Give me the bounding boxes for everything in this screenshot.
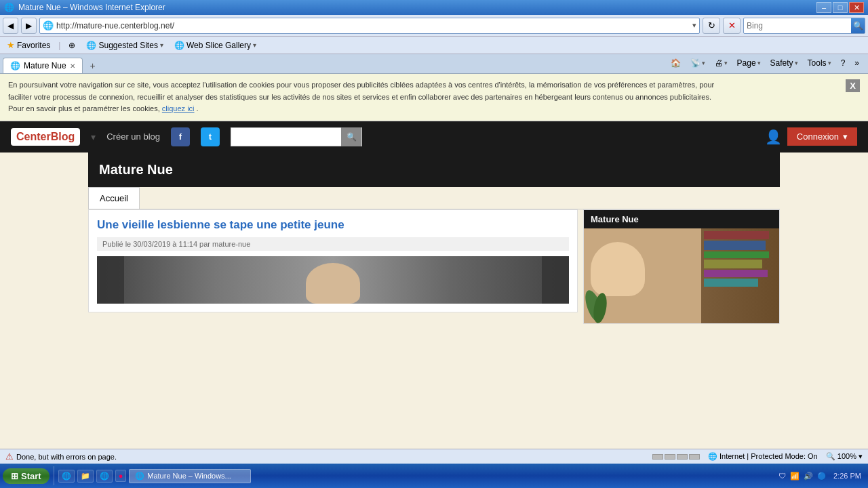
tab-icon: 🌐 [10, 61, 20, 70]
blog-search-input[interactable] [231, 132, 341, 142]
nav-bar: ◀ ▶ 🌐 ▾ ↻ ✕ 🔍 [0, 15, 868, 37]
favorites-star-icon: ★ [7, 40, 15, 50]
tray-icon-network: 📶 [790, 472, 800, 481]
cookie-link[interactable]: cliquez ici [162, 104, 195, 113]
taskbar-icon-ie[interactable]: 🌐 [58, 470, 75, 483]
back-button[interactable]: ◀ [3, 18, 18, 34]
create-blog-link[interactable]: Créer un blog [106, 131, 160, 142]
logo-center-text: Center [16, 131, 51, 143]
twitter-icon[interactable]: t [201, 127, 220, 146]
taskbar-icon-browser2[interactable]: 🌐 [96, 470, 113, 483]
favorites-label: Favorites [17, 41, 50, 50]
zoom-control[interactable]: 🔍 100% ▾ [826, 452, 863, 461]
ie-taskbar-icon: 🌐 [62, 472, 71, 481]
favorites-bar: ★ Favorites | ⊕ 🌐 Suggested Sites ▾ 🌐 We… [0, 37, 868, 54]
page-button[interactable]: Page▾ [734, 57, 764, 69]
article-area: Une vieille lesbienne se tape une petite… [88, 209, 578, 312]
tray-icon-shield: 🛡 [778, 472, 786, 480]
help-button[interactable]: ? [837, 57, 849, 69]
web-slice-gallery-button[interactable]: 🌐 Web Slice Gallery ▾ [172, 39, 259, 52]
blog-header: Center Blog ▾ Créer un blog f t 🔍 👤 Conn… [0, 121, 868, 152]
article-meta: Publié le 30/03/2019 à 11:14 par mature-… [97, 237, 569, 251]
rss-button[interactable]: 📡▾ [687, 57, 709, 69]
favorites-button[interactable]: ★ Favorites [4, 39, 53, 52]
article-title: Une vieille lesbienne se tape une petite… [97, 218, 569, 232]
blog-main: Une vieille lesbienne se tape une petite… [88, 209, 780, 324]
blog-left: Une vieille lesbienne se tape une petite… [88, 209, 578, 324]
header-right: 👤 Connexion ▾ [765, 127, 857, 146]
add-favorites-button[interactable]: ⊕ [66, 39, 78, 52]
ie-window-task[interactable]: 🌐 Mature Nue – Windows... [129, 469, 251, 483]
top-toolbar: 🏠 📡▾ 🖨▾ Page▾ Safety▾ Tools▾ ? » [662, 54, 868, 72]
tray-icon-av: 🔵 [817, 472, 827, 481]
blog-logo[interactable]: Center Blog [11, 128, 80, 146]
ie-task-icon: 🌐 [135, 472, 144, 481]
tab-bar: 🌐 Mature Nue ✕ + [0, 54, 662, 73]
cookie-banner: En poursuivant votre navigation sur ce s… [0, 74, 868, 121]
ie-icon2: 🌐 [174, 41, 184, 50]
address-input[interactable] [56, 21, 690, 30]
address-globe-icon: 🌐 [43, 20, 54, 30]
tab-close-button[interactable]: ✕ [70, 62, 75, 70]
ie-task-label: Mature Nue – Windows... [147, 472, 231, 480]
tray-icon-volume: 🔊 [804, 472, 813, 481]
taskbar-icon-folder[interactable]: 📁 [77, 470, 94, 483]
search-bar: 🔍 [743, 18, 865, 34]
sidebar-box: Mature Nue [583, 209, 780, 324]
stop-button[interactable]: ✕ [723, 18, 741, 34]
zone-indicator: 🌐 Internet | Protected Mode: On [708, 452, 818, 461]
warning-icon: ⚠ [5, 451, 14, 462]
taskbar-icon-red[interactable]: ● [115, 470, 127, 482]
site-content: Center Blog ▾ Créer un blog f t 🔍 👤 Conn… [0, 121, 868, 449]
forward-button[interactable]: ▶ [21, 18, 37, 34]
clock: 2:26 PM [831, 472, 861, 480]
start-button[interactable]: ⊞ Start [3, 468, 50, 484]
logo-blog-text: Blog [51, 131, 75, 143]
home-button[interactable]: 🏠 [667, 57, 684, 69]
blog-search-button[interactable]: 🔍 [341, 127, 361, 146]
close-button[interactable]: ✕ [849, 2, 864, 13]
browser-icon: 🌐 [4, 3, 14, 12]
tools-button[interactable]: Tools▾ [804, 57, 835, 69]
sidebar-image [584, 228, 779, 323]
logo-dropdown-icon[interactable]: ▾ [91, 131, 96, 142]
suggested-sites-button[interactable]: 🌐 Suggested Sites ▾ [83, 39, 165, 52]
user-icon: 👤 [765, 129, 782, 145]
blog-search: 🔍 [231, 127, 362, 146]
facebook-icon[interactable]: f [171, 127, 190, 146]
expand-button[interactable]: » [851, 57, 863, 69]
ie-icon: 🌐 [86, 41, 96, 50]
connexion-button[interactable]: Connexion ▾ [787, 127, 857, 146]
new-tab-button[interactable]: + [85, 58, 100, 73]
browser2-taskbar-icon: 🌐 [100, 472, 109, 481]
status-message: Done, but with errors on page. [16, 453, 117, 461]
maximize-button[interactable]: □ [833, 2, 848, 13]
scroll-indicators [652, 454, 700, 460]
minimize-button[interactable]: – [816, 2, 831, 13]
sidebar-title: Mature Nue [584, 210, 779, 228]
search-input[interactable] [744, 21, 851, 30]
add-icon: ⊕ [68, 41, 75, 50]
web-slice-gallery-label: Web Slice Gallery [186, 41, 251, 50]
active-tab[interactable]: 🌐 Mature Nue ✕ [3, 58, 83, 73]
suggested-dropdown-icon: ▾ [160, 41, 163, 49]
status-bar: ⚠ Done, but with errors on page. 🌐 Inter… [0, 449, 868, 464]
start-label: Start [21, 471, 41, 481]
title-bar: 🌐 Mature Nue – Windows Internet Explorer… [0, 0, 868, 15]
print-button[interactable]: 🖨▾ [711, 57, 731, 69]
refresh-button[interactable]: ↻ [703, 18, 720, 34]
taskbar: ⊞ Start 🌐 📁 🌐 ● 🌐 Mature Nue – Windows..… [0, 464, 868, 488]
cookie-text: En poursuivant votre navigation sur ce s… [8, 79, 839, 115]
address-dropdown-icon[interactable]: ▾ [692, 21, 696, 30]
blog-content-area: Mature Nue Accueil Une vieille lesbienne… [88, 152, 780, 324]
search-go-button[interactable]: 🔍 [851, 18, 865, 33]
blog-title-area: Mature Nue [88, 152, 780, 187]
zone-icon: 🌐 [708, 452, 717, 460]
taskbar-tray: 🛡 📶 🔊 🔵 2:26 PM [778, 472, 865, 481]
cookie-close-button[interactable]: X [846, 79, 860, 92]
safety-button[interactable]: Safety▾ [767, 57, 802, 69]
blog-tab-accueil[interactable]: Accueil [88, 187, 140, 209]
suggested-sites-label: Suggested Sites [98, 41, 157, 50]
tab-label: Mature Nue [24, 61, 66, 70]
webslice-dropdown-icon: ▾ [253, 41, 256, 49]
